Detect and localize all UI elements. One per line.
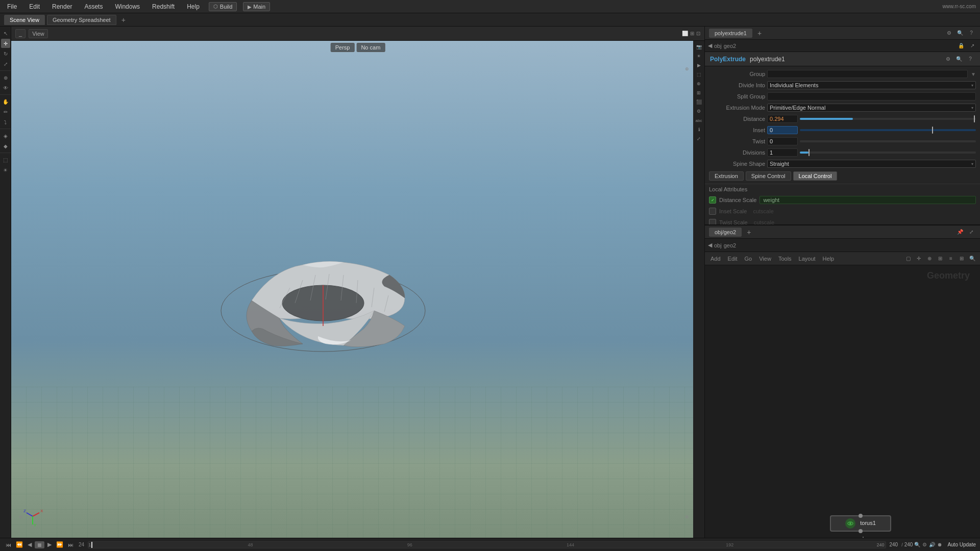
file-menu[interactable]: File	[4, 2, 20, 11]
tab-extrusion[interactable]: Extrusion	[709, 171, 744, 181]
tl-current-frame[interactable]: 240	[890, 542, 898, 547]
param-group-input[interactable]	[767, 70, 968, 78]
param-tab-add[interactable]: +	[754, 29, 765, 37]
torus1-input[interactable]	[859, 514, 863, 518]
vp-icon-snap[interactable]: ⊕	[695, 80, 703, 88]
node-help-icon[interactable]: ?	[966, 55, 975, 64]
param-jump-icon[interactable]: ↗	[968, 41, 977, 51]
param-distance-scale-value[interactable]: weight	[760, 196, 976, 204]
vp-icon-light[interactable]: ☀	[695, 52, 703, 60]
tl-display[interactable]: 240	[904, 542, 913, 547]
ne-pin-icon[interactable]: 📌	[955, 228, 965, 237]
ne-back-btn[interactable]: ◀	[708, 242, 712, 248]
param-inset-scale-checkbox[interactable]	[709, 208, 716, 215]
vp-icon-grid[interactable]: ⊞	[695, 89, 703, 97]
param-divisions-value[interactable]: 1	[767, 148, 798, 157]
param-lock-icon[interactable]: 🔒	[957, 41, 966, 51]
scale-tool[interactable]: ⤢	[1, 59, 10, 68]
transform-tool[interactable]: ✛	[1, 39, 10, 48]
node-editor-tab-add[interactable]: +	[744, 228, 754, 236]
param-distance-slider[interactable]	[800, 118, 976, 120]
render-menu[interactable]: Render	[49, 2, 75, 11]
vp-icon-camera[interactable]: 📷	[695, 43, 703, 51]
viewport-icon1[interactable]: ⬜	[682, 31, 688, 36]
param-distance-scale-checkbox[interactable]: ✓	[709, 196, 716, 204]
viewport-label[interactable]: View	[29, 29, 48, 38]
cam-selector[interactable]: No cam	[356, 43, 385, 52]
select-tool[interactable]: ↖	[1, 29, 10, 38]
ne-tool-tree[interactable]: ⊞	[957, 254, 966, 263]
tab-spine-control[interactable]: Spine Control	[746, 171, 791, 181]
param-distance-value[interactable]: 0.294	[767, 115, 798, 123]
tab-geometry-spreadsheet[interactable]: Geometry Spreadsheet	[47, 15, 116, 25]
param-twist-scale-value[interactable]: cutscale	[751, 219, 976, 224]
bone-tool[interactable]: ◈	[1, 131, 10, 140]
tl-zoom-icon[interactable]: 🔍	[914, 542, 920, 547]
vp-icon-maximize[interactable]: ⤢	[695, 135, 703, 143]
vp-icon-info[interactable]: ℹ	[695, 126, 703, 134]
tl-audio-icon[interactable]: 🔊	[929, 542, 935, 547]
ne-menu-add[interactable]: Add	[708, 255, 723, 263]
persp-selector[interactable]: Persp	[331, 43, 355, 52]
node-torus1[interactable]: torus1	[830, 515, 891, 532]
tl-settings-icon[interactable]: ⚙	[922, 542, 927, 547]
param-twist-value[interactable]: 0	[767, 137, 798, 145]
build-badge[interactable]: ⬡ Build	[209, 2, 237, 11]
camera-tool[interactable]: ⬚	[1, 155, 10, 164]
edit-menu[interactable]: Edit	[26, 2, 43, 11]
tl-skip-end[interactable]: ⏭	[66, 541, 75, 548]
param-search-icon[interactable]: 🔍	[955, 29, 965, 38]
vp-icon-background[interactable]: ⬛	[695, 98, 703, 106]
tab-add-button[interactable]: +	[118, 16, 129, 24]
ne-search-input[interactable]: 🔍	[968, 254, 977, 263]
ne-tool-list[interactable]: ≡	[946, 254, 955, 263]
vp-icon-settings[interactable]: ⚙	[695, 107, 703, 115]
node-search-icon[interactable]: 🔍	[954, 55, 964, 64]
param-group-arrow[interactable]: ▼	[971, 71, 976, 77]
ne-tool-select[interactable]: ▢	[903, 254, 913, 263]
view-tool[interactable]: 👁	[1, 83, 10, 92]
viewport-icon2[interactable]: ⊞	[690, 31, 694, 36]
param-inset-value[interactable]: 0	[767, 126, 798, 134]
help-menu[interactable]: Help	[184, 2, 203, 11]
light-tool[interactable]: ☀	[1, 165, 10, 174]
param-back-btn[interactable]: ◀	[708, 42, 712, 49]
tl-next-frame[interactable]: ⏩	[55, 541, 65, 548]
tab-local-control[interactable]: Local Control	[793, 171, 838, 181]
vp-icon-render[interactable]: ▶	[695, 61, 703, 69]
param-tab-polyextrude[interactable]: polyextrude1	[709, 29, 752, 38]
param-divide-into-dropdown[interactable]: Individual Elements ▾	[767, 81, 976, 89]
tl-record-icon[interactable]: ⏺	[937, 542, 942, 547]
handle-tool[interactable]: ⊕	[1, 73, 10, 82]
assets-menu[interactable]: Assets	[81, 2, 106, 11]
param-inset-slider[interactable]	[800, 129, 976, 131]
param-spine-shape-dropdown[interactable]: Straight ▾	[767, 160, 976, 168]
rotate-tool[interactable]: ↻	[1, 49, 10, 58]
timeline-track[interactable]: 1 48 96 144 192 240	[88, 541, 886, 548]
tl-play-back[interactable]: ◀	[26, 541, 33, 548]
param-help-icon[interactable]: ?	[967, 29, 976, 38]
ne-path-geo[interactable]: geo2	[724, 242, 736, 248]
node-editor-tab[interactable]: obj/geo2	[709, 228, 742, 237]
wire-tool[interactable]: ⤵	[1, 117, 10, 127]
paint-tool[interactable]: ✏	[1, 107, 10, 116]
tl-stop[interactable]: ⏹	[35, 541, 44, 548]
param-divisions-slider[interactable]	[800, 152, 976, 154]
viewport-icon3[interactable]: ⊡	[696, 31, 700, 36]
param-inset-scale-value[interactable]: cutscale	[750, 208, 976, 215]
param-twist-scale-checkbox[interactable]	[709, 219, 716, 224]
ne-max-icon[interactable]: ⤢	[967, 228, 976, 237]
param-path-obj[interactable]: obj	[714, 43, 722, 49]
tab-scene-view[interactable]: Scene View	[4, 15, 45, 25]
node-canvas[interactable]: Geometry	[705, 265, 980, 551]
param-split-group-input[interactable]	[767, 92, 976, 101]
param-extrusion-mode-dropdown[interactable]: Primitive/Edge Normal ▾	[767, 104, 976, 112]
ne-menu-go[interactable]: Go	[742, 255, 755, 263]
ne-menu-tools[interactable]: Tools	[776, 255, 794, 263]
vp-icon-display[interactable]: ⬚	[695, 70, 703, 79]
redshift-menu[interactable]: Redshift	[149, 2, 178, 11]
ne-menu-help[interactable]: Help	[820, 255, 837, 263]
ne-path-obj[interactable]: obj	[714, 242, 722, 248]
torus1-output[interactable]	[859, 529, 863, 533]
ne-tool-zoom[interactable]: ⊕	[925, 254, 934, 263]
